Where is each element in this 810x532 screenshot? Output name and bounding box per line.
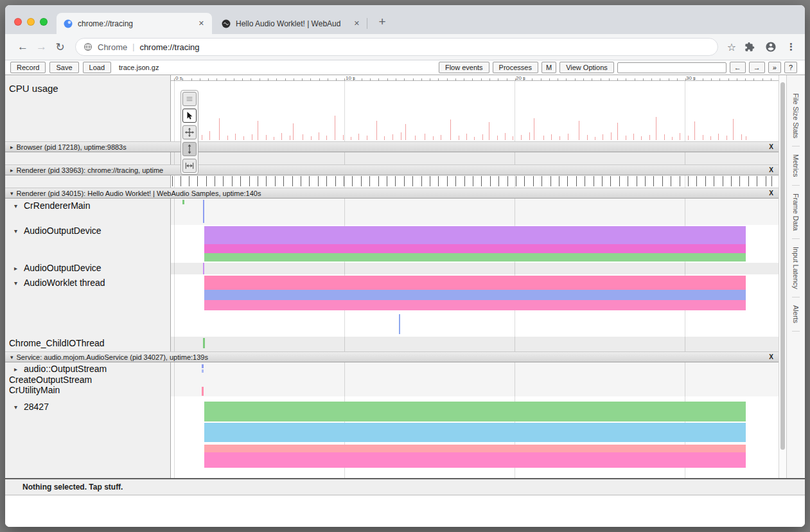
audioworklet-track[interactable] bbox=[171, 274, 779, 313]
expander-icon[interactable]: ▾ bbox=[10, 190, 13, 197]
event-tick[interactable] bbox=[361, 176, 362, 186]
event-tick[interactable] bbox=[240, 176, 241, 186]
metrics-button[interactable]: M bbox=[541, 62, 556, 73]
event-tick[interactable] bbox=[455, 176, 456, 186]
event-tick[interactable] bbox=[766, 176, 766, 186]
event-tick[interactable] bbox=[283, 176, 284, 186]
close-process-button[interactable]: X bbox=[769, 353, 773, 360]
profile-avatar-icon[interactable] bbox=[765, 41, 777, 53]
tab-close-icon[interactable]: ✕ bbox=[353, 19, 361, 28]
event-tick[interactable] bbox=[705, 176, 706, 186]
trace-slice[interactable] bbox=[204, 300, 746, 310]
expander-icon[interactable]: ▾ bbox=[14, 202, 24, 209]
event-tick[interactable] bbox=[206, 176, 207, 186]
view-options-button[interactable]: View Options bbox=[559, 62, 614, 73]
event-tick[interactable] bbox=[223, 176, 224, 186]
fullscreen-window-button[interactable] bbox=[40, 18, 48, 26]
trace-slice[interactable] bbox=[182, 200, 184, 204]
new-tab-button[interactable]: + bbox=[374, 15, 391, 29]
event-tick[interactable] bbox=[378, 176, 379, 186]
zoom-tool-button[interactable] bbox=[182, 142, 197, 156]
event-tick[interactable] bbox=[215, 176, 215, 186]
event-tick[interactable] bbox=[335, 176, 336, 186]
thread-label-childiothread[interactable]: Chrome_ChildIOThread bbox=[9, 338, 105, 348]
trace-slice[interactable] bbox=[204, 244, 746, 253]
outputstream-track[interactable] bbox=[171, 362, 779, 375]
event-tick[interactable] bbox=[771, 176, 772, 186]
tab-close-icon[interactable]: ✕ bbox=[197, 19, 206, 28]
close-process-button[interactable]: X bbox=[769, 143, 773, 150]
event-tick[interactable] bbox=[344, 176, 344, 186]
event-tick[interactable] bbox=[473, 176, 473, 186]
event-tick[interactable] bbox=[438, 176, 439, 186]
event-tick[interactable] bbox=[292, 176, 293, 186]
load-button[interactable]: Load bbox=[83, 62, 111, 73]
sidebar-tab-alerts[interactable]: Alerts bbox=[792, 297, 800, 332]
find-previous-button[interactable]: ← bbox=[730, 62, 746, 73]
event-tick[interactable] bbox=[498, 176, 499, 186]
audiooutputdevice-track-2[interactable] bbox=[171, 263, 779, 274]
process-header-audio-service[interactable]: ▾ Service: audio.mojom.AudioService (pid… bbox=[5, 351, 779, 362]
event-tick[interactable] bbox=[533, 176, 534, 186]
trace-slice[interactable] bbox=[204, 452, 746, 468]
childiothread-track[interactable] bbox=[171, 337, 779, 351]
help-button[interactable]: ? bbox=[784, 62, 797, 73]
reload-button[interactable]: ↻ bbox=[51, 40, 69, 54]
trace-slice[interactable] bbox=[203, 200, 204, 223]
trace-slice[interactable] bbox=[204, 226, 746, 244]
select-tool-button[interactable] bbox=[182, 109, 197, 123]
vertical-scrollbar[interactable] bbox=[779, 75, 786, 478]
thread-label-crrenderermain[interactable]: ▾CrRendererMain bbox=[14, 200, 90, 211]
event-tick[interactable] bbox=[189, 176, 189, 186]
close-window-button[interactable] bbox=[14, 18, 22, 26]
event-tick[interactable] bbox=[352, 176, 353, 186]
trace-slice[interactable] bbox=[203, 338, 205, 348]
event-tick[interactable] bbox=[197, 176, 198, 186]
thread-label-outputstream[interactable]: ▸audio::OutputStream bbox=[14, 364, 107, 374]
event-tick[interactable] bbox=[731, 176, 732, 186]
trace-slice[interactable] bbox=[204, 290, 746, 300]
minimize-window-button[interactable] bbox=[27, 18, 35, 26]
event-tick[interactable] bbox=[258, 176, 258, 186]
thread-label-createoutputstream[interactable]: CreateOutputStream bbox=[9, 375, 92, 385]
event-tick[interactable] bbox=[301, 176, 301, 186]
palette-grip-icon[interactable] bbox=[182, 92, 197, 106]
event-tick[interactable] bbox=[266, 176, 267, 186]
event-tick[interactable] bbox=[464, 176, 465, 186]
record-button[interactable]: Record bbox=[10, 62, 46, 73]
trace-slice[interactable] bbox=[204, 423, 746, 442]
event-tick[interactable] bbox=[524, 176, 525, 186]
event-tick[interactable] bbox=[507, 176, 508, 186]
track-area[interactable]: 0 s10 s20 s30 s bbox=[171, 75, 779, 478]
close-process-button[interactable]: X bbox=[769, 190, 773, 197]
trace-slice[interactable] bbox=[204, 402, 746, 421]
sidebar-tab-input-latency[interactable]: Input Latency bbox=[792, 239, 800, 297]
trace-slice[interactable] bbox=[202, 387, 204, 396]
event-tick[interactable] bbox=[739, 176, 740, 186]
flow-events-button[interactable]: Flow events bbox=[439, 62, 489, 73]
event-tick[interactable] bbox=[232, 176, 233, 186]
sidebar-tab-metrics[interactable]: Metrics bbox=[792, 146, 800, 185]
event-tick[interactable] bbox=[602, 176, 603, 186]
thread-label-audioworklet[interactable]: ▾AudioWorklet thread bbox=[14, 278, 105, 288]
thread-label-28427[interactable]: ▾28427 bbox=[14, 402, 49, 412]
event-tick[interactable] bbox=[576, 176, 577, 186]
trace-slice[interactable] bbox=[204, 276, 746, 290]
address-bar[interactable]: Chrome | chrome://tracing bbox=[75, 38, 718, 56]
event-tick[interactable] bbox=[421, 176, 422, 186]
sidebar-tab-file-size-stats[interactable]: File Size Stats bbox=[792, 85, 800, 146]
find-next-button[interactable]: → bbox=[749, 62, 765, 73]
audioworklet-track-lower[interactable] bbox=[171, 313, 779, 337]
browser-menu-icon[interactable]: ⋮ bbox=[786, 41, 796, 53]
event-tick[interactable] bbox=[653, 176, 654, 186]
event-tick[interactable] bbox=[585, 176, 585, 186]
event-tick[interactable] bbox=[430, 176, 430, 186]
crutilitymain-track[interactable] bbox=[171, 386, 779, 396]
event-tick[interactable] bbox=[387, 176, 387, 186]
pan-tool-button[interactable] bbox=[182, 125, 197, 139]
event-tick[interactable] bbox=[369, 176, 370, 186]
event-tick[interactable] bbox=[404, 176, 405, 186]
trace-slice[interactable] bbox=[202, 364, 204, 368]
expander-icon[interactable]: ▸ bbox=[14, 366, 24, 373]
extension-puzzle-icon[interactable] bbox=[744, 42, 755, 52]
